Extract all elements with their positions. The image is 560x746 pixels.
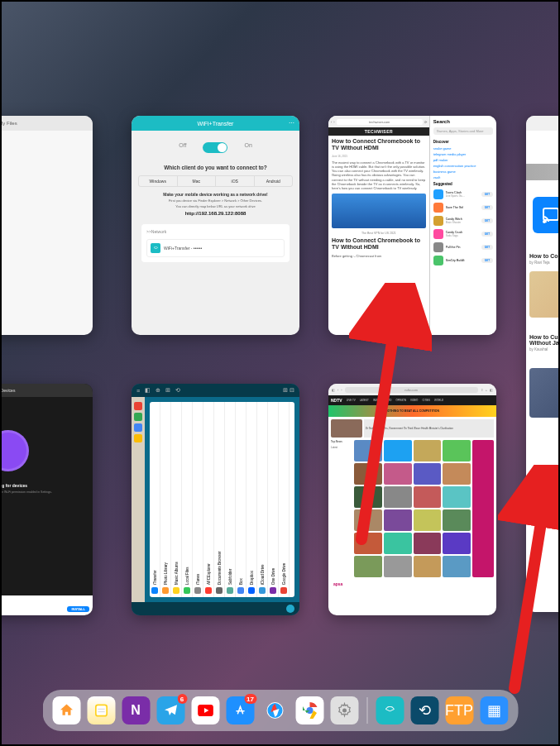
dock-home[interactable] [52,696,80,724]
get-button[interactable]: GET [481,258,493,263]
dock-telegram[interactable]: 6 [156,696,184,724]
suggested-app-row[interactable]: Candy CrushSoda SagaGET [430,227,496,241]
card-wifi-transfer[interactable]: WiFi+Transfer WiFi+Transfer Off On Which… [132,116,299,335]
suggested-app-row[interactable]: Save The GirlGET [430,201,496,214]
card-file-manager[interactable]: ager My Files 'Manager' On My iPad Upgra… [0,116,93,335]
itransfer-column[interactable]: One Drive [268,402,279,597]
dock-chrome[interactable] [295,696,323,724]
svg-point-17 [342,709,347,713]
dock-files-app[interactable]: ▦ [480,696,508,724]
wifi-toggle[interactable] [203,142,227,153]
itransfer-column[interactable]: Google Drive [279,402,290,597]
appstore-search[interactable]: Games, Apps, Stories and More [433,127,493,135]
wifi-badge-icon: ⌔ [151,243,160,253]
itransfer-columns[interactable]: iTransferPhoto LibraryMusic AlbumsLocal … [150,402,294,597]
itransfer-column[interactable]: iTunes [193,402,203,597]
svg-point-7 [543,221,545,222]
dock-ftp[interactable]: FTP [445,696,473,724]
dock[interactable]: N617 ⌔⟲FTP▦ [42,690,518,731]
dock-onenote[interactable]: N [122,696,150,724]
svg-rect-11 [95,705,106,715]
itransfer-column[interactable]: Photo Library [160,402,171,597]
card-share[interactable]: are Devices Looking for devices Check if… [0,384,93,615]
dock-separator [366,697,367,724]
cast-icon [533,197,560,233]
itransfer-sidebar[interactable] [132,397,145,602]
dock-badge: 6 [177,694,187,704]
app-icon [433,216,443,226]
article-hero-image [332,194,426,228]
dock-itransfer[interactable]: ⟲ [410,696,438,724]
install-button[interactable]: INSTALL [67,606,89,612]
itransfer-column[interactable]: Subfolder [225,402,236,597]
get-button[interactable]: GET [481,192,493,197]
app-switcher[interactable]: ager My Files 'Manager' On My iPad Upgra… [2,2,558,744]
suggested-app-row[interactable]: SimCity BuildItGET [430,254,496,267]
dock-badge: 17 [244,694,256,704]
discover-link[interactable]: vault [430,175,496,180]
app-icon [433,229,443,239]
discover-link[interactable]: english conversation practice [430,163,496,169]
discover-link[interactable]: telegram media player [430,151,496,157]
wifi-app-header: WiFi+Transfer [132,116,299,131]
wifi-platform-tabs[interactable]: Windows Mac iOS Android [138,175,293,187]
dock-appstore[interactable]: 17 [226,696,254,724]
discover-link[interactable]: business game [430,169,496,175]
itransfer-column[interactable]: Documents Browser [214,402,225,597]
itransfer-column[interactable]: AFCExplorer [203,402,214,597]
article-title: How to Connect Chromebook to TV Without … [328,136,429,155]
itransfer-column[interactable]: Music Albums [171,402,182,597]
discover-link[interactable]: snake game [430,146,496,151]
get-button[interactable]: GET [481,245,493,250]
suggested-app-row[interactable]: Pull the PinGET [430,241,496,254]
app-icon [433,242,443,252]
itransfer-column[interactable]: Box [236,402,246,597]
split-appstore-pane[interactable]: Search Games, Apps, Stories and More Dis… [429,116,496,335]
itransfer-column[interactable]: Dropbox [246,402,257,597]
dock-safari[interactable] [261,696,289,724]
app-icon [433,203,443,213]
wifi-question: Which client do you want to connect to? [138,165,293,170]
itransfer-column[interactable]: iTransfer [150,402,160,597]
get-button[interactable]: GET [481,205,493,210]
card-itransfer[interactable]: iTransfer ≡◧⊕⊞⟲⊞ ⊟ iTransferPhoto Librar… [132,384,299,615]
app-icon [433,256,443,265]
dock-settings[interactable] [330,696,358,724]
dock-notes[interactable] [87,696,115,724]
chrome-thumb-2 [529,368,560,418]
discover-link[interactable]: pdf maker [430,157,496,163]
get-button[interactable]: GET [481,218,493,223]
suggested-app-row[interactable]: Candy WitchBrain ShooterGET [430,214,496,227]
annotation-arrow-1 [349,283,432,548]
itransfer-action-icon[interactable] [286,605,294,613]
itransfer-column[interactable]: Local Files [182,402,193,597]
chrome-thumb-1 [529,271,560,318]
wifi-network-row[interactable]: ⌔ WiFi+Transfer - •••••• [146,239,285,257]
suggested-app-row[interactable]: Toons ClashLive Sports Ga…GET [430,188,496,201]
itransfer-column[interactable]: iCloud Drive [257,402,268,597]
dock-wifi-transfer[interactable]: ⌔ [376,696,404,724]
annotation-arrow-2 [498,465,560,696]
get-button[interactable]: GET [481,232,493,237]
wifi-url: http://192.168.29.122:8088 [138,211,293,216]
dock-youtube[interactable] [191,696,219,724]
scanning-spinner [0,430,29,471]
wifi-toggle-row[interactable]: Off On [138,142,293,153]
app-icon [433,189,443,199]
fileman-header: My Files [0,116,93,131]
